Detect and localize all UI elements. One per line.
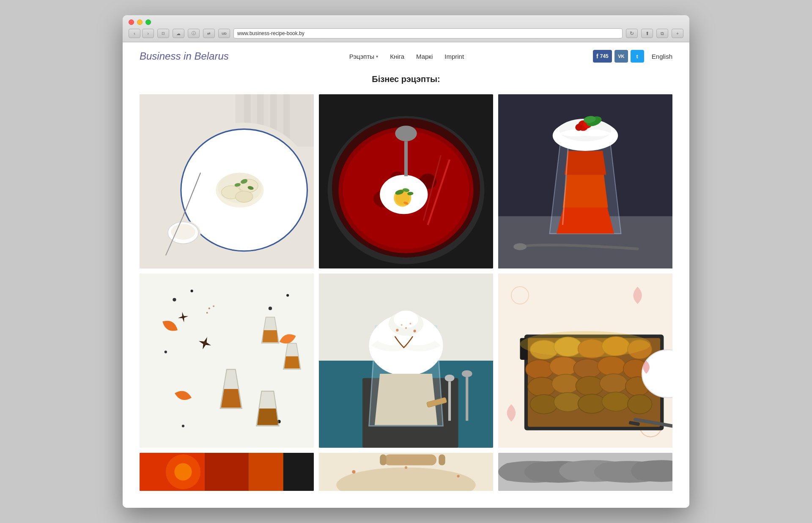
svg-point-105: [598, 356, 625, 375]
chevron-down-icon: ▾: [376, 54, 378, 59]
twitter-button[interactable]: t: [631, 50, 644, 63]
site-nav: Рэцэпты ▾ Кніга Маркі Imprint: [349, 53, 464, 60]
nav-buttons: ‹ ›: [129, 29, 154, 38]
svg-point-134: [352, 470, 355, 474]
address-bar[interactable]: www.business-recipe-book.by: [233, 28, 623, 38]
svg-point-108: [552, 374, 580, 393]
recipe-card-4[interactable]: [140, 274, 314, 448]
svg-point-55: [513, 243, 527, 250]
site-header: Business in Belarus Рэцэпты ▾ Кніга Марк…: [123, 42, 689, 70]
svg-point-75: [445, 375, 455, 381]
svg-point-113: [554, 392, 582, 411]
svg-point-58: [191, 290, 193, 292]
svg-point-67: [213, 305, 214, 307]
svg-point-61: [165, 350, 167, 353]
svg-point-115: [602, 392, 630, 411]
svg-point-83: [405, 327, 407, 329]
svg-rect-131: [384, 455, 437, 465]
recipe-card-7-partial[interactable]: [140, 453, 314, 491]
svg-rect-125: [283, 453, 314, 491]
nav-imprint[interactable]: Imprint: [444, 53, 464, 60]
recipe-card-2[interactable]: [319, 94, 493, 268]
svg-point-107: [528, 377, 556, 396]
svg-point-136: [405, 466, 407, 469]
svg-point-73: [462, 370, 472, 377]
bottom-recipe-row: [140, 453, 672, 491]
refresh-button[interactable]: ↻: [626, 29, 638, 38]
svg-rect-74: [466, 377, 468, 421]
svg-point-135: [457, 475, 460, 477]
main-content: Бізнес рэцэпты:: [123, 70, 689, 508]
recipe-card-1[interactable]: [140, 94, 314, 268]
facebook-count: 745: [600, 53, 609, 59]
back-button[interactable]: ‹: [129, 29, 140, 38]
cloud-button[interactable]: ☁: [173, 29, 184, 38]
twitter-icon: t: [636, 53, 638, 60]
recipe-card-9-partial[interactable]: [498, 453, 672, 491]
page-content: Business in Belarus Рэцэпты ▾ Кніга Марк…: [123, 42, 689, 508]
vk-button[interactable]: VK: [614, 50, 628, 63]
info-button[interactable]: ⓘ: [188, 29, 200, 38]
share-tools-button[interactable]: ⇄: [203, 29, 215, 38]
nav-recipes[interactable]: Рэцэпты ▾: [349, 53, 378, 60]
svg-point-63: [182, 424, 184, 427]
svg-point-112: [530, 394, 558, 413]
svg-rect-132: [380, 455, 386, 465]
recipe-card-3[interactable]: [498, 94, 672, 268]
svg-point-85: [401, 324, 403, 326]
share-button[interactable]: ⬆: [641, 29, 653, 38]
page-title: Бізнес рэцэпты:: [140, 74, 672, 84]
minimize-button[interactable]: [137, 19, 143, 25]
svg-point-66: [208, 307, 210, 309]
svg-rect-133: [439, 455, 445, 465]
svg-rect-42: [404, 141, 408, 176]
facebook-button[interactable]: f 745: [593, 50, 612, 63]
add-bookmark-button[interactable]: ⧉: [656, 29, 668, 38]
svg-point-41: [395, 126, 417, 141]
facebook-icon: f: [596, 53, 598, 60]
svg-point-114: [578, 394, 606, 413]
reader-button[interactable]: ⊡: [157, 29, 169, 38]
social-buttons: f 745 VK t English: [593, 50, 672, 63]
svg-point-116: [628, 394, 652, 413]
svg-point-86: [409, 323, 411, 324]
svg-point-127: [174, 463, 192, 480]
forward-button[interactable]: ›: [142, 29, 154, 38]
recipe-grid: [140, 94, 672, 448]
svg-point-14: [236, 191, 253, 203]
svg-point-117: [520, 331, 651, 357]
svg-point-103: [550, 357, 578, 376]
nav-book[interactable]: Кніга: [390, 53, 404, 60]
svg-point-109: [576, 376, 604, 395]
svg-point-51: [575, 124, 582, 131]
up-button[interactable]: UD: [218, 29, 230, 38]
nav-stamps[interactable]: Маркі: [416, 53, 433, 60]
language-selector[interactable]: English: [652, 53, 672, 60]
recipe-card-8-partial[interactable]: [319, 453, 493, 491]
new-tab-button[interactable]: +: [672, 29, 683, 38]
site-logo[interactable]: Business in Belarus: [140, 50, 229, 62]
svg-point-68: [206, 312, 208, 314]
svg-point-60: [286, 294, 289, 296]
traffic-lights: [129, 19, 683, 25]
svg-rect-76: [448, 381, 451, 421]
recipe-card-5[interactable]: [319, 274, 493, 448]
svg-point-59: [269, 307, 272, 310]
svg-point-57: [173, 298, 176, 301]
vk-icon: VK: [618, 54, 624, 59]
browser-toolbar: ‹ › ⊡ ☁ ⓘ ⇄ UD www.business-recipe-book.…: [129, 28, 683, 38]
svg-point-84: [414, 330, 416, 332]
svg-point-104: [573, 359, 601, 378]
browser-chrome: ‹ › ⊡ ☁ ⓘ ⇄ UD www.business-recipe-book.…: [123, 15, 689, 42]
maximize-button[interactable]: [145, 19, 151, 25]
svg-point-82: [396, 329, 398, 331]
svg-point-21: [171, 224, 195, 240]
recipe-card-6[interactable]: [498, 274, 672, 448]
svg-rect-124: [249, 453, 283, 491]
svg-rect-123: [205, 453, 249, 491]
svg-point-102: [526, 360, 554, 379]
close-button[interactable]: [129, 19, 134, 25]
browser-window: ‹ › ⊡ ☁ ⓘ ⇄ UD www.business-recipe-book.…: [123, 15, 689, 508]
svg-point-110: [600, 374, 628, 393]
svg-point-81: [394, 311, 418, 328]
